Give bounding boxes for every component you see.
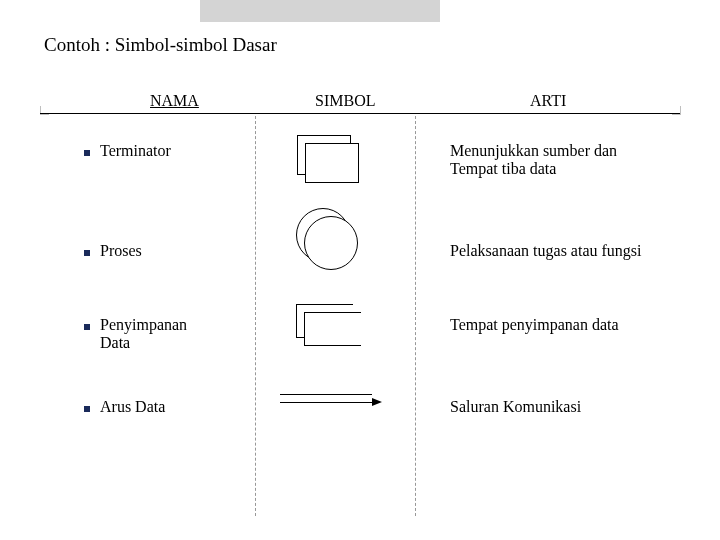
row-nama-arus: Arus Data <box>100 398 165 416</box>
col-divider-1 <box>255 116 256 516</box>
row-nama-proses: Proses <box>100 242 142 260</box>
col-header-arti: ARTI <box>530 92 566 110</box>
terminator-symbol-front <box>305 143 359 183</box>
bullet-icon <box>84 250 90 256</box>
arus-symbol-arrowhead <box>372 398 382 406</box>
row-arti-arus: Saluran Komunikasi <box>450 398 680 416</box>
penyimpanan-symbol-front <box>304 312 361 346</box>
top-accent-bar <box>200 0 440 22</box>
row-arti-penyimpanan: Tempat penyimpanan data <box>450 316 680 334</box>
bullet-icon <box>84 150 90 156</box>
row-arti-terminator: Menunjukkan sumber dan Tempat tiba data <box>450 142 680 178</box>
row-nama-penyimpanan: Penyimpanan Data <box>100 316 187 352</box>
row-arti-proses: Pelaksanaan tugas atau fungsi <box>450 242 680 260</box>
row-nama-terminator: Terminator <box>100 142 171 160</box>
col-header-nama: NAMA <box>150 92 199 110</box>
arus-symbol-line-2 <box>280 402 372 403</box>
bullet-icon <box>84 324 90 330</box>
col-divider-2 <box>415 116 416 516</box>
rule-corner-right <box>672 106 681 115</box>
page-title: Contoh : Simbol-simbol Dasar <box>44 34 277 56</box>
slide: Contoh : Simbol-simbol Dasar NAMA SIMBOL… <box>0 0 720 540</box>
bullet-icon <box>84 406 90 412</box>
header-underline <box>40 113 680 114</box>
rule-corner-left <box>40 106 49 115</box>
proses-symbol-front <box>304 216 358 270</box>
arus-symbol-line-1 <box>280 394 372 395</box>
col-header-simbol: SIMBOL <box>315 92 375 110</box>
